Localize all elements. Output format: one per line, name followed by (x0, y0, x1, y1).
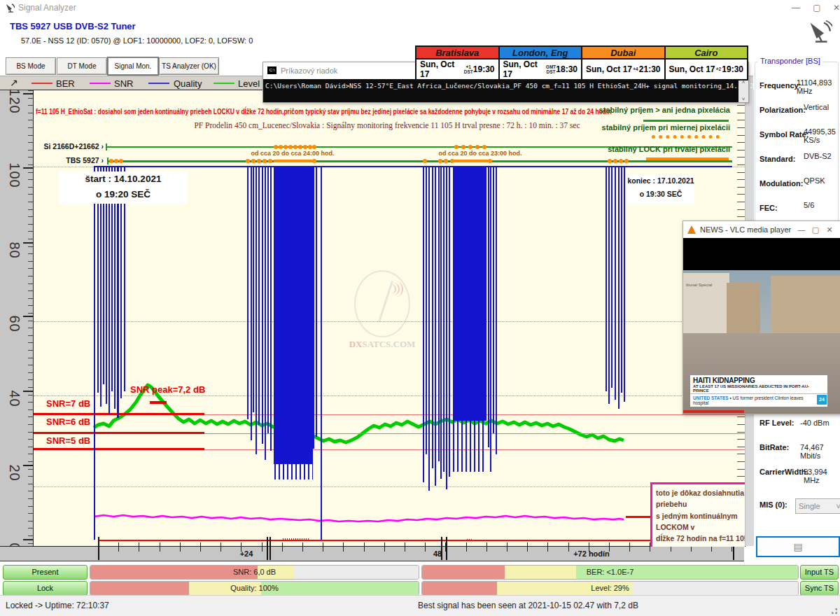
quality-dropout-line (426, 167, 427, 454)
present-indicator-button[interactable]: Present (3, 565, 88, 580)
y-axis-label: 120 (6, 82, 22, 121)
level-bar: Level: 29% (421, 581, 799, 596)
snr-legend-dash (90, 83, 111, 84)
console-scrollbar[interactable]: ˄ ˅ (738, 79, 748, 102)
quality-dropout-line (446, 167, 447, 489)
field-frequency: Frequency: (760, 78, 801, 91)
si-pixelation-dot (303, 145, 307, 149)
quality-dropout-line (496, 167, 497, 454)
quality-dropout-line (262, 167, 263, 444)
console-text[interactable]: C:\Users\Roman Dávid>NSS 12-57°E_East Af… (263, 79, 738, 102)
quality-dropout-line (428, 167, 430, 491)
video-progress-bar[interactable] (683, 410, 744, 413)
vlc-video-area[interactable]: ibunal Spécial HAITI KIDNAPPING AT LEAST… (683, 238, 840, 414)
y-axis-label: 60 (6, 304, 22, 344)
x-minor-tick (547, 542, 548, 552)
input-ts-button[interactable]: Input TS (800, 565, 839, 580)
snr7-label: SNR=7 dB (46, 398, 90, 409)
clock-city-dubai: Dubai (582, 47, 666, 59)
si-pixelation-dot (288, 145, 293, 149)
x-major-marker (98, 537, 99, 560)
x-axis-label: +24 (225, 550, 267, 558)
x-minor-tick (302, 542, 303, 552)
x-minor-tick (568, 542, 569, 552)
quality-dropout-line (435, 167, 436, 486)
x-minor-tick (118, 542, 119, 552)
quality-dropout-line (265, 167, 266, 460)
tbs-pixelation-dot (488, 159, 492, 163)
ts-tool-button[interactable]: ▤ (756, 536, 840, 557)
world-clocks-panel: Bratislava London, Eng Dubai Cairo Sun, … (415, 46, 748, 80)
news-headline: HAITI KIDNAPPING (693, 377, 825, 384)
lock-indicator-button[interactable]: Lock (3, 581, 88, 596)
quality-dropout-block (453, 167, 486, 421)
resize-grip[interactable] (832, 608, 837, 614)
x-minor-tick (507, 542, 507, 552)
video-building-sign: ibunal Spécial (686, 283, 712, 287)
quality-dropout-line (624, 167, 625, 402)
tbs-pixelation-dot (251, 159, 255, 163)
tbs-pixelation-dot (114, 159, 118, 163)
signal-mon-tab[interactable]: Signal Mon. (108, 57, 158, 75)
value-frequency: 11104,893 MHz (797, 78, 840, 95)
y-major-tick (23, 465, 33, 466)
quality-dropout-line (618, 167, 620, 409)
y-axis-label: 20 (6, 454, 22, 493)
snr7-refline-thick (34, 413, 204, 415)
level-legend-dash (214, 83, 234, 84)
x-minor-tick (384, 542, 385, 552)
minimize-button[interactable]: — (788, 1, 804, 14)
field-carrierwidth: CarrierWidth: (760, 468, 808, 476)
quality-dropout-line (606, 167, 607, 391)
cmd-title-text: Príkazový riadok (281, 66, 337, 75)
mis-select[interactable]: Single˅ (795, 498, 840, 514)
level-legend-label: Level (238, 78, 260, 89)
quality-bar: Quality: 100% (90, 581, 419, 596)
scroll-down-icon[interactable]: ˅ (738, 96, 748, 102)
tbs-pixelation-dot (423, 159, 427, 163)
field-bitrate: BitRate: (760, 443, 789, 451)
quality-dropout-line (94, 167, 95, 540)
quality-dropout-block (274, 167, 313, 464)
x-minor-tick (364, 542, 365, 552)
x-major-marker (270, 537, 271, 560)
maximize-button[interactable]: ▢ (808, 1, 825, 14)
close-button[interactable]: ✕ (828, 1, 840, 14)
end-box: koniec : 17.10.2021o 19:30 SEČ (627, 174, 694, 204)
y-axis-label: 40 (6, 379, 22, 419)
x-minor-tick (180, 542, 181, 552)
news-ticker: UNITED STATES • US former president Clin… (690, 393, 827, 407)
sync-ts-button[interactable]: Sync TS (800, 581, 839, 596)
quality-dropout-line (615, 167, 616, 400)
quality-dropout-line (270, 167, 272, 451)
si-pixelation-dot (284, 145, 288, 149)
value-symbolrate: 44995,35 KS/s (804, 127, 840, 144)
value-polarization: Vertical (804, 103, 829, 111)
vlc-window: NEWS - VLC media player — ▢ ✕ ibunal Spé… (682, 220, 840, 414)
quality-dropout-line (611, 167, 612, 388)
tbs-pixelation-dot (624, 159, 629, 163)
x-axis-band: +2448+72 hodín (0, 546, 744, 561)
drive-icon: ▤ (793, 541, 802, 552)
field-polarization: Polarization: (760, 103, 806, 115)
x-minor-tick (220, 542, 221, 552)
x-axis-label: +72 hodín (570, 550, 612, 558)
legend-mild-pixelation: stabilný príjem pri miernej pixelácii (602, 123, 730, 132)
bs-mode-button[interactable]: BS Mode (6, 57, 56, 75)
x-minor-tick (405, 542, 405, 552)
vlc-maximize-button[interactable]: ▢ (808, 225, 822, 234)
chevron-down-icon: ˅ (836, 502, 840, 510)
app-titlebar[interactable]: Signal Analyzer — ▢ ✕ (0, 0, 840, 15)
quality-dropout-line (608, 167, 610, 404)
quality-dropout-line (258, 167, 260, 425)
vlc-minimize-button[interactable]: — (794, 225, 808, 234)
snr6-refline-thick (34, 432, 204, 434)
quality-dropout-line (438, 167, 440, 461)
ts-analyzer-button[interactable]: TS Analyzer (OK) (159, 57, 219, 75)
quality-dropout-line (443, 167, 444, 472)
x-minor-tick (527, 542, 528, 552)
vlc-close-button[interactable]: ✕ (822, 225, 836, 234)
dt-mode-button[interactable]: DT Mode (57, 57, 107, 75)
vlc-titlebar[interactable]: NEWS - VLC media player — ▢ ✕ (683, 221, 840, 238)
snr6-label: SNR=6 dB (46, 416, 90, 427)
